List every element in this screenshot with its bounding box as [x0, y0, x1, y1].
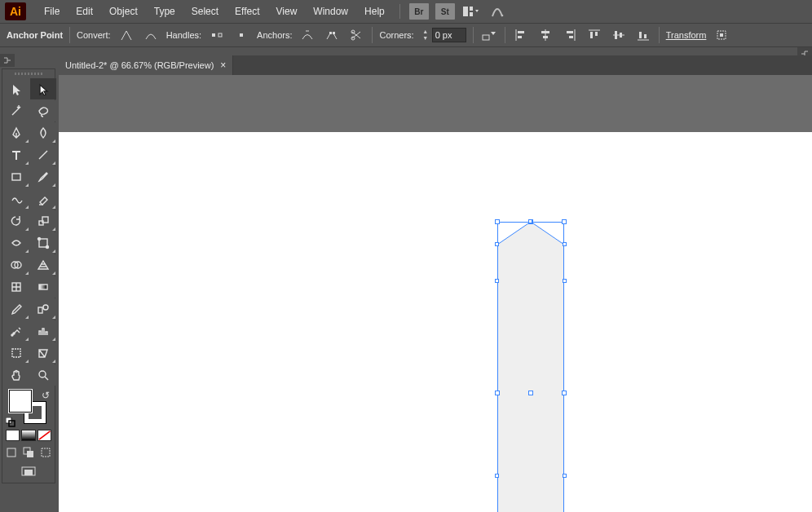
anchor-point[interactable] — [495, 279, 499, 283]
gradient-tool[interactable] — [30, 276, 56, 298]
shaper-tool[interactable] — [3, 188, 29, 210]
svg-point-44 — [43, 305, 48, 310]
perspective-grid-tool[interactable] — [30, 254, 56, 276]
corners-input[interactable] — [432, 28, 466, 42]
artboard[interactable] — [59, 132, 812, 512]
align-vcenter-button[interactable] — [610, 26, 628, 44]
default-fill-stroke-icon[interactable] — [6, 417, 15, 427]
hide-handles-multi-button[interactable] — [232, 26, 250, 44]
zoom-tool[interactable] — [30, 364, 56, 386]
mesh-tool[interactable] — [3, 276, 29, 298]
free-transform-tool[interactable] — [30, 232, 56, 254]
scale-tool[interactable] — [30, 210, 56, 232]
align-left-button[interactable] — [512, 26, 530, 44]
paintbrush-tool[interactable] — [30, 166, 56, 188]
separator — [505, 27, 505, 43]
color-mode-none[interactable] — [38, 430, 51, 441]
align-hcenter-button[interactable] — [536, 26, 554, 44]
curvature-tool[interactable] — [30, 122, 56, 143]
eraser-tool[interactable] — [30, 188, 56, 210]
svg-rect-18 — [543, 36, 548, 38]
type-tool[interactable] — [3, 144, 29, 166]
document-tab[interactable]: Untitled-2* @ 66.67% (RGB/Preview) × — [59, 55, 233, 75]
pen-tool[interactable] — [3, 122, 29, 143]
line-segment-tool[interactable] — [30, 144, 56, 166]
stock-button[interactable]: St — [435, 3, 455, 20]
menu-effect[interactable]: Effect — [227, 2, 267, 20]
draw-inside-button[interactable] — [38, 444, 55, 461]
color-mode-solid[interactable] — [6, 430, 20, 441]
rotate-tool[interactable] — [3, 210, 29, 232]
close-tab-button[interactable]: × — [220, 60, 226, 71]
anchor-point[interactable] — [495, 474, 499, 478]
isolate-object-button[interactable] — [480, 26, 498, 44]
menu-object[interactable]: Object — [101, 2, 146, 20]
align-top-button[interactable] — [585, 26, 603, 44]
eyedropper-tool[interactable] — [3, 298, 29, 320]
align-bottom-button[interactable] — [634, 26, 652, 44]
bridge-button[interactable]: Br — [409, 3, 429, 20]
selected-shape[interactable] — [497, 222, 564, 512]
slice-tool[interactable] — [30, 342, 56, 364]
panel-dock-collapse-left[interactable] — [0, 54, 15, 67]
screen-mode-button[interactable] — [2, 461, 55, 483]
rectangle-tool[interactable] — [3, 166, 29, 188]
control-bar: Anchor Point Convert: Handles: Anchors: … — [0, 23, 812, 47]
menu-help[interactable]: Help — [356, 2, 393, 20]
draw-normal-button[interactable] — [2, 444, 20, 461]
document-tab-strip: Untitled-2* @ 66.67% (RGB/Preview) × — [59, 55, 812, 75]
align-right-button[interactable] — [561, 26, 579, 44]
menu-select[interactable]: Select — [183, 2, 227, 20]
width-tool[interactable] — [3, 232, 29, 254]
convert-to-corner-button[interactable] — [117, 26, 135, 44]
blend-tool[interactable] — [30, 298, 56, 320]
svg-rect-27 — [620, 33, 622, 38]
svg-rect-4 — [212, 33, 215, 37]
artboard-tool[interactable] — [3, 342, 29, 364]
corners-stepper[interactable]: ▲▼ — [421, 29, 430, 42]
gpu-performance-button[interactable] — [488, 3, 507, 20]
anchor-point[interactable] — [563, 474, 567, 478]
convert-to-smooth-button[interactable] — [142, 26, 160, 44]
symbol-sprayer-tool[interactable] — [3, 320, 29, 342]
bbox-handle-center[interactable] — [528, 391, 533, 395]
swap-fill-stroke-icon[interactable]: ↺ — [42, 390, 50, 401]
cut-path-button[interactable] — [347, 26, 365, 44]
anchor-point[interactable] — [563, 279, 567, 283]
bbox-handle-tl[interactable] — [495, 219, 500, 224]
show-handles-multi-button[interactable] — [208, 26, 226, 44]
anchor-point[interactable] — [563, 242, 567, 246]
anchor-point[interactable] — [495, 242, 499, 246]
transform-panel-link[interactable]: Transform — [666, 30, 707, 40]
selection-tool[interactable] — [3, 78, 29, 99]
color-mode-gradient[interactable] — [21, 430, 35, 441]
menu-window[interactable]: Window — [305, 2, 356, 20]
constrain-proportions-button[interactable] — [713, 26, 730, 44]
draw-behind-button[interactable] — [20, 444, 37, 461]
direct-selection-tool[interactable] — [30, 78, 56, 99]
arrange-documents-button[interactable] — [461, 3, 481, 20]
remove-anchor-button[interactable] — [298, 26, 316, 44]
menu-file[interactable]: File — [36, 2, 68, 20]
menu-view[interactable]: View — [268, 2, 306, 20]
svg-point-37 — [38, 238, 41, 241]
hand-tool[interactable] — [3, 364, 29, 386]
canvas-area[interactable] — [59, 75, 812, 512]
svg-rect-55 — [42, 448, 50, 457]
tools-panel-grip[interactable] — [2, 69, 55, 77]
svg-rect-12 — [483, 35, 489, 40]
anchor-point[interactable] — [528, 219, 532, 223]
bbox-handle-tr[interactable] — [562, 219, 567, 224]
magic-wand-tool[interactable] — [3, 100, 29, 121]
separator — [69, 27, 70, 43]
lasso-tool[interactable] — [30, 100, 56, 121]
fill-swatch[interactable] — [9, 390, 32, 413]
column-graph-tool[interactable] — [30, 320, 56, 342]
bbox-handle-ml[interactable] — [495, 391, 500, 395]
shape-builder-tool[interactable] — [3, 254, 29, 276]
menu-edit[interactable]: Edit — [68, 2, 101, 20]
menu-type[interactable]: Type — [146, 2, 183, 20]
svg-rect-1 — [470, 7, 473, 11]
bbox-handle-mr[interactable] — [562, 391, 567, 395]
connect-endpoints-button[interactable] — [323, 26, 341, 44]
